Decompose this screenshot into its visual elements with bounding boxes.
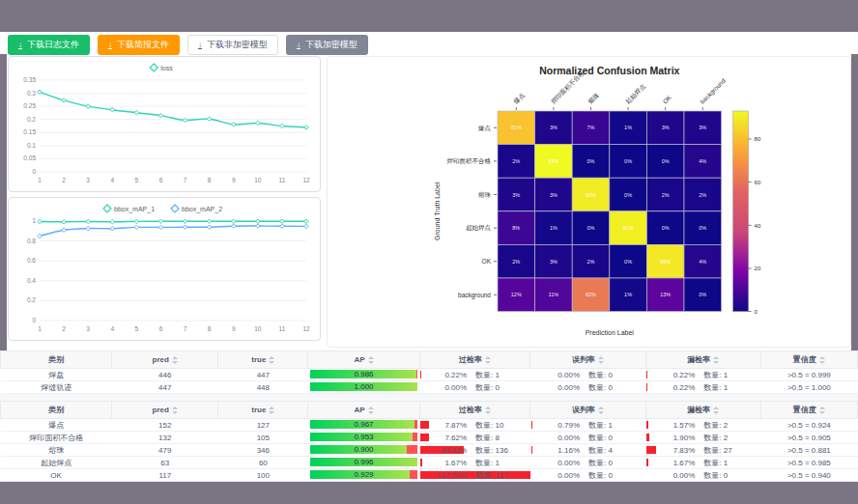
col-header-漏检率[interactable]: 漏检率 — [645, 351, 760, 369]
sort-icon[interactable] — [713, 406, 719, 414]
col-header-label: AP — [354, 406, 364, 414]
col-header-误判率[interactable]: 误判率 — [530, 351, 646, 369]
sort-icon[interactable] — [172, 356, 178, 364]
rate-value: 1.57% — [645, 421, 695, 430]
ap-cell: 0.900 — [308, 444, 419, 457]
sort-icon[interactable] — [172, 406, 178, 414]
legend-item-bbox_mAP_2[interactable]: bbox_mAP_2 — [171, 205, 222, 213]
download-unencrypted-model-label: 下载非加密模型 — [207, 39, 268, 51]
matrix-cell-value: 0% — [699, 292, 706, 297]
download-toolbar: ↓ 下载日志文件 ↓ 下载简报文件 ↓ 下载非加密模型 ↓ 下载加密模型 — [8, 35, 368, 55]
data-point — [207, 117, 211, 121]
matrix-cell-value: 2% — [512, 158, 520, 164]
x-tick-label: 9 — [232, 177, 236, 183]
window-chrome-right — [851, 54, 858, 350]
rate-count: 数量: 2 — [695, 433, 760, 443]
data-point — [86, 226, 90, 230]
misjudge-cell: 0.79%数量: 1 — [530, 419, 646, 432]
confidence-cell: >0.5 = 0.924 — [760, 419, 857, 432]
rate-value: 7.83% — [645, 446, 695, 455]
sort-icon[interactable] — [598, 406, 604, 414]
download-encrypted-model-button[interactable]: ↓ 下载加密模型 — [286, 35, 368, 55]
rate-value: 1.67% — [419, 459, 467, 467]
rate-count: 数量: 117 — [467, 470, 530, 481]
pred-cell: 447 — [112, 381, 218, 394]
loss-chart-card: 00.050.10.150.20.250.30.3512345678910111… — [8, 56, 321, 192]
rate-value: 0.79% — [530, 421, 580, 430]
col-header-误判率[interactable]: 误判率 — [530, 402, 646, 419]
data-point — [110, 227, 114, 231]
sort-icon[interactable] — [368, 356, 374, 364]
sort-icon[interactable] — [485, 406, 491, 414]
x-tick-label: 7 — [184, 177, 187, 183]
col-header-label: true — [251, 355, 266, 364]
legend-item-loss[interactable]: loss — [150, 64, 173, 71]
x-tick-label: 1 — [38, 177, 42, 183]
sort-icon[interactable] — [269, 356, 274, 364]
y-tick-label: 0.2 — [27, 116, 36, 123]
matrix-cell-value: 13% — [660, 292, 671, 297]
confidence-cell: >0.5 = 0.985 — [760, 457, 857, 469]
download-log-button[interactable]: ↓ 下载日志文件 — [8, 35, 90, 55]
data-point — [183, 118, 186, 122]
data-point — [256, 121, 260, 125]
true-cell: 448 — [218, 381, 308, 394]
table-row: 熔珠4793460.90039.42%数量: 1361.16%数量: 47.83… — [1, 444, 858, 457]
sort-icon[interactable] — [819, 356, 825, 364]
x-tick-label: 5 — [135, 177, 139, 183]
matrix-cell-value: 3% — [550, 125, 558, 130]
col-header-AP[interactable]: AP — [308, 351, 419, 369]
x-tick-label: 12 — [302, 177, 310, 183]
sort-icon[interactable] — [598, 356, 604, 364]
sort-icon[interactable] — [368, 406, 374, 414]
matrix-cell-value: 12% — [511, 292, 522, 297]
over-detect-cell: 1.67%数量: 1 — [419, 457, 529, 469]
matrix-cell-value: 3% — [699, 125, 706, 130]
class-cell: 爆点 — [1, 419, 112, 432]
over-detect-cell: 117.00%数量: 117 — [419, 469, 529, 482]
matrix-cell-value: 89% — [660, 259, 671, 265]
rate-count: 数量: 0 — [580, 382, 645, 393]
rate-count: 数量: 136 — [467, 445, 530, 456]
rate-value: 1.16% — [530, 446, 580, 455]
sort-icon[interactable] — [819, 406, 825, 414]
col-header-true[interactable]: true — [218, 351, 308, 369]
sort-icon[interactable] — [713, 356, 719, 364]
x-tick-label: 2 — [62, 177, 66, 183]
confusion-matrix-card: Normalized Confusion Matrix81%3%7%1%3%3%… — [327, 56, 851, 348]
confidence-cell: >0.5 = 0.999 — [760, 369, 857, 381]
table-row: OK1171000.929117.00%数量: 1170.00%数量: 00.0… — [1, 469, 858, 482]
col-header-true[interactable]: true — [218, 402, 308, 419]
matrix-row-label: OK — [482, 258, 492, 265]
col-header-过检率[interactable]: 过检率 — [419, 351, 529, 369]
ap-cell: 1.000 — [308, 381, 419, 394]
confidence-cell: >0.5 = 1.000 — [760, 381, 857, 394]
pred-cell: 479 — [112, 444, 218, 457]
matrix-col-label: 熔珠 — [586, 91, 601, 105]
data-point — [232, 123, 236, 126]
sort-icon[interactable] — [485, 356, 491, 364]
rate-value: 0.00% — [419, 383, 467, 392]
sort-icon[interactable] — [269, 406, 274, 414]
matrix-cell-value: 1% — [624, 125, 632, 130]
x-tick-label: 6 — [159, 177, 163, 183]
data-point — [110, 107, 114, 111]
rate-count: 数量: 1 — [467, 458, 530, 468]
col-header-漏检率[interactable]: 漏检率 — [645, 402, 760, 419]
col-header-pred[interactable]: pred — [112, 402, 218, 419]
class-cell: 焊盘 — [1, 369, 112, 381]
pred-cell: 152 — [112, 419, 218, 432]
y-tick-label: 0.05 — [23, 154, 36, 161]
col-header-AP[interactable]: AP — [308, 402, 419, 419]
misjudge-cell: 0.00%数量: 0 — [530, 432, 646, 444]
col-header-置信度[interactable]: 置信度 — [760, 402, 857, 419]
download-unencrypted-model-button[interactable]: ↓ 下载非加密模型 — [187, 35, 278, 55]
legend-marker-icon — [171, 205, 179, 212]
matrix-cell-value: 0% — [699, 225, 706, 231]
x-tick-label: 2 — [62, 325, 66, 332]
download-report-button[interactable]: ↓ 下载简报文件 — [98, 35, 180, 55]
col-header-置信度[interactable]: 置信度 — [760, 351, 857, 369]
col-header-pred[interactable]: pred — [112, 351, 218, 369]
legend-item-bbox_mAP_1[interactable]: bbox_mAP_1 — [103, 205, 155, 213]
col-header-过检率[interactable]: 过检率 — [419, 402, 529, 419]
